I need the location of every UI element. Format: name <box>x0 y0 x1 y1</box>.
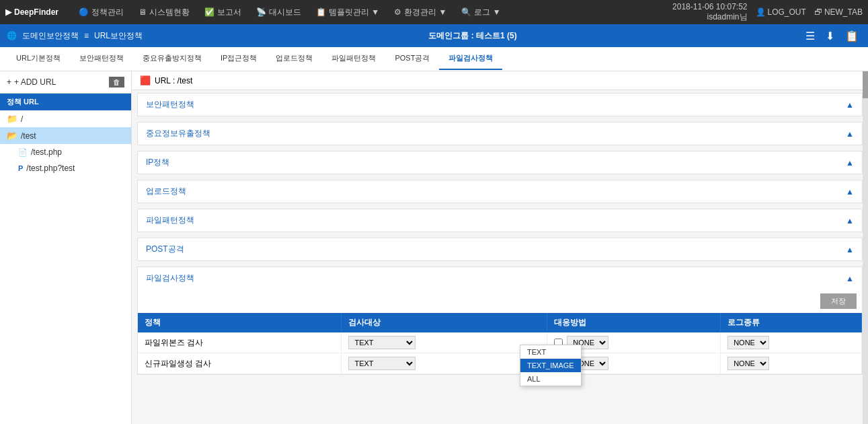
policy-section-ip: IP정책 ▲ <box>137 151 863 174</box>
logout-button[interactable]: 👤 LOG_OUT <box>756 7 806 17</box>
nav-env[interactable]: ⚙ 환경관리 ▼ <box>387 4 453 21</box>
save-button[interactable]: 저장 <box>820 293 857 309</box>
tab-file-pattern[interactable]: 파일패턴정책 <box>322 48 385 70</box>
tab-upload[interactable]: 업로드정책 <box>266 48 322 70</box>
col-log-type: 로그종류 <box>721 313 862 332</box>
file-scan-section: 파일검사정책 ▲ 저장 정책 검사대상 대응방법 로그종류 <box>137 267 863 375</box>
brand-icon: ▶ <box>5 7 11 17</box>
nav-policy-mgmt[interactable]: 🔵 정책관리 <box>72 4 130 21</box>
add-url-label: + ADD URL <box>14 77 56 87</box>
nav-template-label: 템플릿관리 ▼ <box>329 7 379 18</box>
policy-section-outflow-header[interactable]: 중요정보유출정책 ▲ <box>138 122 862 145</box>
list-icon-btn[interactable]: ☰ <box>803 28 818 44</box>
policy-section-post-header[interactable]: POST공격 ▲ <box>138 238 862 260</box>
policy-section-upload-header[interactable]: 업로드정책 ▲ <box>138 180 862 203</box>
policy-name-0: 파일위본즈 검사 <box>138 332 342 353</box>
nav-dashboard-label: 대시보드 <box>269 7 301 18</box>
tab-post-attack[interactable]: POST공격 <box>385 48 439 70</box>
nav-report[interactable]: ✅ 보고서 <box>198 4 248 21</box>
datetime-info: 2018-11-06 10:07:52 isdadmin님 <box>672 2 747 23</box>
col-response: 대응방법 <box>547 313 721 332</box>
policy-section-ip-header[interactable]: IP정책 ▲ <box>138 151 862 174</box>
chevron-up-icon: ▲ <box>846 100 854 110</box>
nav-dashboard[interactable]: 📡 대시보드 <box>249 4 308 21</box>
copy-icon-btn[interactable]: 📋 <box>842 28 861 44</box>
template-icon: 📋 <box>316 7 326 17</box>
new-tab-button[interactable]: 🗗 NEW_TAB <box>814 7 863 17</box>
chevron-outflow-icon: ▲ <box>846 129 854 139</box>
scan-target-dropdown: TEXT TEXT_IMAGE ALL <box>520 345 582 386</box>
nav-log[interactable]: 🔍 로그 ▼ <box>455 4 507 21</box>
log-type-select-1[interactable]: NONE <box>727 357 769 370</box>
policy-section-security-pattern-header[interactable]: 보안패턴정책 ▲ <box>138 94 862 116</box>
sidebar-item-php-label: /test.php <box>31 147 62 157</box>
nav-log-label: 로그 ▼ <box>474 7 500 18</box>
second-bar-right: ☰ ⬇ 📋 <box>803 28 861 44</box>
second-bar: 🌐 도메인보안정책 ≡ URL보안정책 도메인그룹 : 테스트1 (5) ☰ ⬇… <box>0 24 868 47</box>
nav-items: 🔵 정책관리 🖥 시스템현황 ✅ 보고서 📡 대시보드 📋 템플릿관리 ▼ ⚙ … <box>72 4 672 21</box>
app-brand[interactable]: ▶ DeepFinder <box>5 7 58 17</box>
tab-security-pattern[interactable]: 보안패턴정책 <box>70 48 133 70</box>
scan-table: 정책 검사대상 대응방법 로그종류 파일위본즈 검사 TEXT <box>138 313 862 374</box>
nav-right: 2018-11-06 10:07:52 isdadmin님 👤 LOG_OUT … <box>672 2 863 23</box>
param-icon: P <box>18 164 23 172</box>
file-pattern-label: 파일패턴정책 <box>146 215 194 226</box>
chevron-post-icon: ▲ <box>846 245 854 254</box>
scrollbar[interactable] <box>863 71 868 424</box>
sidebar-item-root[interactable]: 📁 / <box>0 110 131 127</box>
scrollbar-thumb <box>863 71 868 98</box>
tab-ip-access[interactable]: IP접근정책 <box>211 48 266 70</box>
sidebar-item-test-php[interactable]: 📄 /test.php <box>0 144 131 160</box>
sidebar-item-test-param[interactable]: P /test.php?test <box>0 160 131 176</box>
chevron-upload-icon: ▲ <box>846 187 854 197</box>
datetime: 2018-11-06 10:07:52 <box>672 2 747 11</box>
second-bar-left: 🌐 도메인보안정책 ≡ URL보안정책 <box>7 30 143 42</box>
dropdown-option-textimage[interactable]: TEXT_IMAGE <box>520 359 581 372</box>
nav-report-label: 보고서 <box>217 7 241 18</box>
url-header-label: URL : /test <box>155 76 192 85</box>
dropdown-option-all[interactable]: ALL <box>520 372 581 386</box>
file-scan-section-header[interactable]: 파일검사정책 ▲ <box>138 267 862 289</box>
table-row-1: 신규파일생성 검사 TEXT TEXT_IMAGE ALL <box>138 353 862 374</box>
brand-name: DeepFinder <box>14 7 58 17</box>
sidebar-item-test[interactable]: 📂 /test <box>0 127 131 144</box>
scan-target-select-0[interactable]: TEXT TEXT_IMAGE ALL <box>348 336 416 349</box>
file-icon-php: 📄 <box>18 148 28 157</box>
new-tab-label: NEW_TAB <box>824 7 863 17</box>
tab-important-outflow[interactable]: 중요유출방지정책 <box>133 48 211 70</box>
url-policy-label: URL보안정책 <box>94 30 143 42</box>
col-policy: 정책 <box>138 313 342 332</box>
file-scan-label: 파일검사정책 <box>146 273 194 284</box>
policy-icon: 🔵 <box>79 7 89 17</box>
policy-section-file-pattern-header[interactable]: 파일패턴정책 ▲ <box>138 209 862 232</box>
dropdown-option-text[interactable]: TEXT <box>520 345 581 359</box>
tab-file-scan[interactable]: 파일검사정책 <box>439 48 502 70</box>
delete-url-button[interactable]: 🗑 <box>109 77 124 87</box>
download-icon-btn[interactable]: ⬇ <box>823 28 837 44</box>
system-icon: 🖥 <box>139 7 147 17</box>
sidebar-item-test-label: /test <box>21 131 36 141</box>
scan-target-cell-1: TEXT TEXT_IMAGE ALL <box>342 353 547 374</box>
tab-url-base[interactable]: URL기본정책 <box>7 48 70 70</box>
col-scan-target: 검사대상 <box>342 313 547 332</box>
chevron-file-pattern-icon: ▲ <box>846 216 854 225</box>
log-type-cell-0: NONE <box>721 332 862 353</box>
policy-section-upload: 업로드정책 ▲ <box>137 180 863 203</box>
log-icon: 🔍 <box>461 7 471 17</box>
nav-system-label: 시스템현황 <box>149 7 190 18</box>
nav-policy-label: 정책관리 <box>91 7 124 18</box>
url-red-icon: 🟥 <box>140 75 151 85</box>
upload-label: 업로드정책 <box>146 186 186 197</box>
sidebar-item-param-label: /test.php?test <box>26 164 75 173</box>
add-url-button[interactable]: + + ADD URL <box>7 77 56 87</box>
username: isdadmin님 <box>707 11 747 23</box>
folder-icon-root: 📁 <box>7 114 17 124</box>
nav-system-status[interactable]: 🖥 시스템현황 <box>132 4 196 21</box>
globe-icon: 🌐 <box>7 31 17 40</box>
report-icon: ✅ <box>204 7 214 17</box>
nav-template[interactable]: 📋 템플릿관리 ▼ <box>309 4 386 21</box>
log-type-select-0[interactable]: NONE <box>727 336 769 349</box>
outflow-label: 중요정보유출정책 <box>146 128 210 139</box>
url-header: 🟥 URL : /test <box>132 71 868 90</box>
scan-target-select-1[interactable]: TEXT TEXT_IMAGE ALL <box>348 357 416 370</box>
